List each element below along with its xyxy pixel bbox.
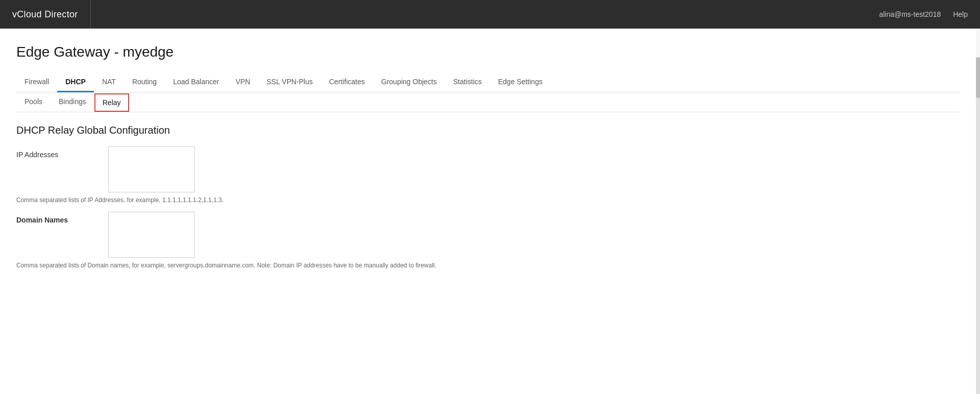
topbar-right: alina@ms-test2018 Help — [879, 10, 968, 18]
page-title: Edge Gateway - myedge — [16, 44, 960, 60]
topbar-divider — [90, 0, 91, 29]
user-label: alina@ms-test2018 — [879, 10, 941, 18]
primary-tabs: Firewall DHCP NAT Routing Load Balancer … — [16, 72, 960, 92]
tab-firewall[interactable]: Firewall — [16, 72, 57, 92]
ip-addresses-label: IP Addresses — [16, 146, 108, 159]
brand-label: vCloud Director — [12, 9, 78, 20]
tab-grouping-objects[interactable]: Grouping Objects — [373, 72, 445, 92]
tab-load-balancer[interactable]: Load Balancer — [165, 72, 227, 92]
tab-vpn[interactable]: VPN — [227, 72, 258, 92]
secondary-tabs: Pools Bindings Relay — [16, 92, 960, 112]
domain-names-row: Domain Names — [16, 212, 960, 258]
tab-edge-settings[interactable]: Edge Settings — [490, 72, 551, 92]
tab-bindings[interactable]: Bindings — [51, 92, 94, 112]
domain-names-input[interactable] — [108, 212, 195, 258]
main-content: Edge Gateway - myedge Firewall DHCP NAT … — [0, 29, 976, 394]
tab-dhcp[interactable]: DHCP — [57, 72, 94, 92]
tab-ssl-vpn-plus[interactable]: SSL VPN-Plus — [258, 72, 321, 92]
topbar-left: vCloud Director — [12, 0, 103, 29]
tab-certificates[interactable]: Certificates — [321, 72, 373, 92]
ip-addresses-hint: Comma separated lists of IP Addresses, f… — [16, 196, 960, 204]
tab-pools[interactable]: Pools — [16, 92, 51, 112]
section-heading: DHCP Relay Global Configuration — [16, 125, 960, 136]
scrollbar-thumb[interactable] — [976, 57, 980, 98]
help-link[interactable]: Help — [953, 10, 968, 18]
ip-addresses-input[interactable] — [108, 146, 195, 192]
ip-addresses-row: IP Addresses — [16, 146, 960, 192]
tab-nat[interactable]: NAT — [94, 72, 124, 92]
scrollbar-track[interactable] — [976, 57, 980, 394]
tab-routing[interactable]: Routing — [124, 72, 165, 92]
domain-names-label: Domain Names — [16, 212, 108, 224]
domain-names-hint: Comma separated lists of Domain names, f… — [16, 262, 960, 269]
topbar: vCloud Director alina@ms-test2018 Help — [0, 0, 980, 29]
tab-statistics[interactable]: Statistics — [445, 72, 490, 92]
tab-relay[interactable]: Relay — [94, 93, 129, 112]
